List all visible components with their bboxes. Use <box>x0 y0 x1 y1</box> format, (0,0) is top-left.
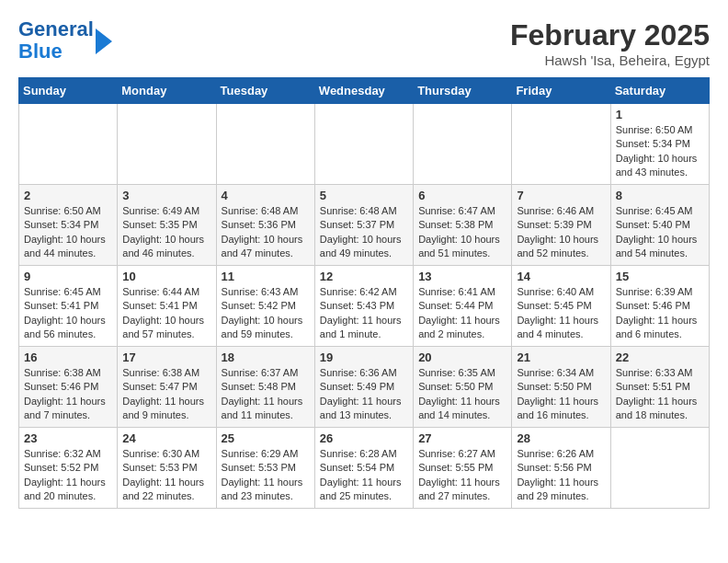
cell-content: Sunrise: 6:40 AM Sunset: 5:45 PM Dayligh… <box>517 285 605 342</box>
cell-content: Sunrise: 6:48 AM Sunset: 5:37 PM Dayligh… <box>320 204 408 261</box>
cell-content: Sunrise: 6:34 AM Sunset: 5:50 PM Dayligh… <box>517 366 605 423</box>
weekday-header-tuesday: Tuesday <box>216 78 314 104</box>
month-title: February 2025 <box>510 18 710 52</box>
cell-content: Sunrise: 6:39 AM Sunset: 5:46 PM Dayligh… <box>616 285 704 342</box>
calendar-cell: 19Sunrise: 6:36 AM Sunset: 5:49 PM Dayli… <box>314 347 413 428</box>
calendar-week-5: 23Sunrise: 6:32 AM Sunset: 5:52 PM Dayli… <box>19 428 710 509</box>
day-number: 5 <box>320 189 408 202</box>
calendar-cell: 4Sunrise: 6:48 AM Sunset: 5:36 PM Daylig… <box>216 185 314 266</box>
calendar-cell: 9Sunrise: 6:45 AM Sunset: 5:41 PM Daylig… <box>19 266 118 347</box>
calendar-cell: 18Sunrise: 6:37 AM Sunset: 5:48 PM Dayli… <box>216 347 314 428</box>
calendar-cell: 2Sunrise: 6:50 AM Sunset: 5:34 PM Daylig… <box>19 185 118 266</box>
logo-text: General Blue <box>18 18 94 63</box>
cell-content: Sunrise: 6:45 AM Sunset: 5:40 PM Dayligh… <box>616 204 704 261</box>
calendar-week-4: 16Sunrise: 6:38 AM Sunset: 5:46 PM Dayli… <box>19 347 710 428</box>
title-block: February 2025 Hawsh 'Isa, Beheira, Egypt <box>510 18 710 68</box>
day-number: 8 <box>616 189 704 202</box>
cell-content: Sunrise: 6:41 AM Sunset: 5:44 PM Dayligh… <box>418 285 506 342</box>
cell-content: Sunrise: 6:33 AM Sunset: 5:51 PM Dayligh… <box>616 366 704 423</box>
calendar-body: 1Sunrise: 6:50 AM Sunset: 5:34 PM Daylig… <box>19 104 710 509</box>
cell-content: Sunrise: 6:29 AM Sunset: 5:53 PM Dayligh… <box>222 447 310 504</box>
cell-content: Sunrise: 6:36 AM Sunset: 5:49 PM Dayligh… <box>320 366 408 423</box>
cell-content: Sunrise: 6:50 AM Sunset: 5:34 PM Dayligh… <box>616 123 704 180</box>
weekday-header-sunday: Sunday <box>19 78 118 104</box>
cell-content: Sunrise: 6:47 AM Sunset: 5:38 PM Dayligh… <box>418 204 506 261</box>
calendar-header: SundayMondayTuesdayWednesdayThursdayFrid… <box>19 78 710 104</box>
weekday-header-row: SundayMondayTuesdayWednesdayThursdayFrid… <box>19 78 710 104</box>
calendar-cell: 24Sunrise: 6:30 AM Sunset: 5:53 PM Dayli… <box>118 428 216 509</box>
calendar-week-2: 2Sunrise: 6:50 AM Sunset: 5:34 PM Daylig… <box>19 185 710 266</box>
day-number: 25 <box>222 431 310 445</box>
calendar-cell: 1Sunrise: 6:50 AM Sunset: 5:34 PM Daylig… <box>610 104 709 185</box>
day-number: 20 <box>418 350 506 364</box>
cell-content: Sunrise: 6:49 AM Sunset: 5:35 PM Dayligh… <box>122 204 210 261</box>
day-number: 26 <box>320 431 408 445</box>
cell-content: Sunrise: 6:38 AM Sunset: 5:46 PM Dayligh… <box>24 366 112 423</box>
cell-content: Sunrise: 6:45 AM Sunset: 5:41 PM Dayligh… <box>24 285 112 342</box>
cell-content: Sunrise: 6:27 AM Sunset: 5:55 PM Dayligh… <box>418 447 506 504</box>
cell-content: Sunrise: 6:26 AM Sunset: 5:56 PM Dayligh… <box>517 447 605 504</box>
cell-content: Sunrise: 6:42 AM Sunset: 5:43 PM Dayligh… <box>320 285 408 342</box>
cell-content: Sunrise: 6:28 AM Sunset: 5:54 PM Dayligh… <box>320 447 408 504</box>
weekday-header-monday: Monday <box>118 78 216 104</box>
day-number: 21 <box>517 350 605 364</box>
calendar-cell: 25Sunrise: 6:29 AM Sunset: 5:53 PM Dayli… <box>216 428 314 509</box>
calendar-cell <box>512 104 610 185</box>
day-number: 4 <box>222 189 310 202</box>
calendar-cell: 10Sunrise: 6:44 AM Sunset: 5:41 PM Dayli… <box>118 266 216 347</box>
calendar-cell: 26Sunrise: 6:28 AM Sunset: 5:54 PM Dayli… <box>314 428 413 509</box>
cell-content: Sunrise: 6:35 AM Sunset: 5:50 PM Dayligh… <box>418 366 506 423</box>
day-number: 18 <box>222 350 310 364</box>
cell-content: Sunrise: 6:30 AM Sunset: 5:53 PM Dayligh… <box>122 447 210 504</box>
cell-content: Sunrise: 6:43 AM Sunset: 5:42 PM Dayligh… <box>222 285 310 342</box>
day-number: 2 <box>24 189 112 202</box>
page-header: General Blue February 2025 Hawsh 'Isa, B… <box>18 18 710 68</box>
day-number: 9 <box>24 270 112 283</box>
day-number: 10 <box>122 270 210 283</box>
logo: General Blue <box>18 18 112 63</box>
day-number: 23 <box>24 431 112 445</box>
day-number: 27 <box>418 431 506 445</box>
calendar-cell <box>414 104 512 185</box>
calendar-cell: 23Sunrise: 6:32 AM Sunset: 5:52 PM Dayli… <box>19 428 118 509</box>
calendar-cell: 13Sunrise: 6:41 AM Sunset: 5:44 PM Dayli… <box>414 266 512 347</box>
weekday-header-wednesday: Wednesday <box>314 78 413 104</box>
logo-arrow-icon <box>96 29 112 54</box>
day-number: 1 <box>616 108 704 121</box>
cell-content: Sunrise: 6:38 AM Sunset: 5:47 PM Dayligh… <box>122 366 210 423</box>
calendar-week-3: 9Sunrise: 6:45 AM Sunset: 5:41 PM Daylig… <box>19 266 710 347</box>
day-number: 19 <box>320 350 408 364</box>
weekday-header-friday: Friday <box>512 78 610 104</box>
day-number: 24 <box>122 431 210 445</box>
day-number: 15 <box>616 270 704 283</box>
calendar-cell <box>610 428 709 509</box>
calendar-cell: 20Sunrise: 6:35 AM Sunset: 5:50 PM Dayli… <box>414 347 512 428</box>
cell-content: Sunrise: 6:48 AM Sunset: 5:36 PM Dayligh… <box>222 204 310 261</box>
cell-content: Sunrise: 6:32 AM Sunset: 5:52 PM Dayligh… <box>24 447 112 504</box>
day-number: 17 <box>122 350 210 364</box>
cell-content: Sunrise: 6:46 AM Sunset: 5:39 PM Dayligh… <box>517 204 605 261</box>
calendar-cell <box>19 104 118 185</box>
day-number: 13 <box>418 270 506 283</box>
day-number: 12 <box>320 270 408 283</box>
calendar-cell: 3Sunrise: 6:49 AM Sunset: 5:35 PM Daylig… <box>118 185 216 266</box>
calendar-cell: 5Sunrise: 6:48 AM Sunset: 5:37 PM Daylig… <box>314 185 413 266</box>
calendar-cell: 8Sunrise: 6:45 AM Sunset: 5:40 PM Daylig… <box>610 185 709 266</box>
day-number: 28 <box>517 431 605 445</box>
day-number: 14 <box>517 270 605 283</box>
day-number: 6 <box>418 189 506 202</box>
day-number: 3 <box>122 189 210 202</box>
calendar-cell: 6Sunrise: 6:47 AM Sunset: 5:38 PM Daylig… <box>414 185 512 266</box>
weekday-header-saturday: Saturday <box>610 78 709 104</box>
cell-content: Sunrise: 6:37 AM Sunset: 5:48 PM Dayligh… <box>222 366 310 423</box>
calendar-cell: 27Sunrise: 6:27 AM Sunset: 5:55 PM Dayli… <box>414 428 512 509</box>
logo-blue: Blue <box>18 40 63 63</box>
cell-content: Sunrise: 6:44 AM Sunset: 5:41 PM Dayligh… <box>122 285 210 342</box>
logo-general: General <box>18 17 94 40</box>
calendar-cell: 7Sunrise: 6:46 AM Sunset: 5:39 PM Daylig… <box>512 185 610 266</box>
day-number: 22 <box>616 350 704 364</box>
calendar-cell: 17Sunrise: 6:38 AM Sunset: 5:47 PM Dayli… <box>118 347 216 428</box>
day-number: 16 <box>24 350 112 364</box>
weekday-header-thursday: Thursday <box>414 78 512 104</box>
location: Hawsh 'Isa, Beheira, Egypt <box>510 52 710 68</box>
